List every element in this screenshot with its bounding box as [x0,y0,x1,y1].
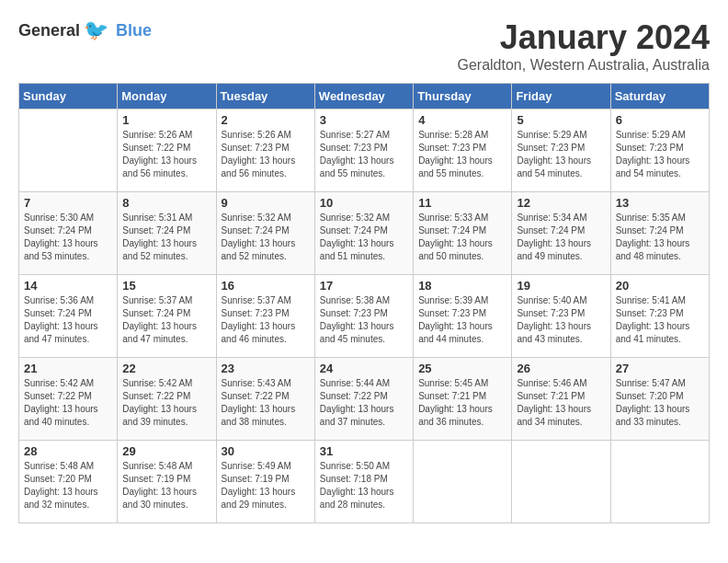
col-header-saturday: Saturday [610,84,709,109]
calendar-cell: 22Sunrise: 5:42 AM Sunset: 7:22 PM Dayli… [118,358,216,441]
day-detail: Sunrise: 5:31 AM Sunset: 7:24 PM Dayligh… [122,212,210,263]
day-detail: Sunrise: 5:41 AM Sunset: 7:23 PM Dayligh… [616,294,704,346]
day-number: 10 [320,196,408,210]
day-number: 21 [24,362,112,375]
day-number: 23 [222,362,310,375]
calendar-cell: 15Sunrise: 5:37 AM Sunset: 7:24 PM Dayli… [118,275,216,358]
day-detail: Sunrise: 5:37 AM Sunset: 7:23 PM Dayligh… [222,294,310,346]
calendar-cell: 1Sunrise: 5:26 AM Sunset: 7:22 PM Daylig… [118,109,216,192]
day-number: 2 [222,113,310,127]
day-detail: Sunrise: 5:43 AM Sunset: 7:22 PM Dayligh… [222,377,310,429]
calendar-cell: 4Sunrise: 5:28 AM Sunset: 7:23 PM Daylig… [414,109,512,192]
day-number: 30 [222,444,310,458]
col-header-friday: Friday [512,84,610,109]
calendar-cell: 13Sunrise: 5:35 AM Sunset: 7:24 PM Dayli… [610,192,709,275]
calendar-cell: 3Sunrise: 5:27 AM Sunset: 7:23 PM Daylig… [314,109,413,192]
logo-blue: Blue [116,21,152,40]
day-number: 17 [320,279,408,293]
day-number: 18 [418,279,506,293]
calendar-cell: 5Sunrise: 5:29 AM Sunset: 7:23 PM Daylig… [512,109,610,192]
day-detail: Sunrise: 5:49 AM Sunset: 7:19 PM Dayligh… [222,460,310,511]
location-subtitle: Geraldton, Western Australia, Australia [457,57,710,74]
calendar-cell: 28Sunrise: 5:48 AM Sunset: 7:20 PM Dayli… [19,441,118,523]
day-number: 19 [517,279,605,293]
day-detail: Sunrise: 5:50 AM Sunset: 7:18 PM Dayligh… [320,460,408,511]
logo: General 🐦 Blue [18,18,152,42]
day-number: 29 [122,444,210,458]
day-number: 20 [616,279,704,293]
day-detail: Sunrise: 5:29 AM Sunset: 7:23 PM Dayligh… [616,129,704,180]
day-detail: Sunrise: 5:42 AM Sunset: 7:22 PM Dayligh… [24,377,112,429]
calendar-cell: 18Sunrise: 5:39 AM Sunset: 7:23 PM Dayli… [414,275,512,358]
col-header-sunday: Sunday [19,84,118,109]
day-detail: Sunrise: 5:44 AM Sunset: 7:22 PM Dayligh… [320,377,408,429]
calendar-cell: 24Sunrise: 5:44 AM Sunset: 7:22 PM Dayli… [314,358,413,441]
day-number: 25 [418,362,506,375]
calendar-cell: 19Sunrise: 5:40 AM Sunset: 7:23 PM Dayli… [512,275,610,358]
day-number: 12 [517,196,605,210]
col-header-wednesday: Wednesday [314,84,413,109]
day-number: 27 [616,362,704,375]
day-detail: Sunrise: 5:46 AM Sunset: 7:21 PM Dayligh… [517,377,605,429]
day-number: 26 [517,362,605,375]
day-number: 5 [517,113,605,127]
page-header: General 🐦 Blue January 2024 Geraldton, W… [18,18,710,74]
day-detail: Sunrise: 5:45 AM Sunset: 7:21 PM Dayligh… [418,377,506,429]
day-detail: Sunrise: 5:27 AM Sunset: 7:23 PM Dayligh… [320,129,408,180]
calendar-cell: 29Sunrise: 5:48 AM Sunset: 7:19 PM Dayli… [118,441,216,523]
day-detail: Sunrise: 5:30 AM Sunset: 7:24 PM Dayligh… [24,212,112,263]
calendar-cell: 27Sunrise: 5:47 AM Sunset: 7:20 PM Dayli… [610,358,709,441]
calendar-cell: 7Sunrise: 5:30 AM Sunset: 7:24 PM Daylig… [19,192,118,275]
calendar-header-row: SundayMondayTuesdayWednesdayThursdayFrid… [19,84,710,109]
calendar-cell: 10Sunrise: 5:32 AM Sunset: 7:24 PM Dayli… [314,192,413,275]
calendar-week-row: 1Sunrise: 5:26 AM Sunset: 7:22 PM Daylig… [19,109,710,192]
day-number: 31 [320,444,408,458]
day-number: 4 [418,113,506,127]
calendar-cell: 30Sunrise: 5:49 AM Sunset: 7:19 PM Dayli… [216,441,314,523]
day-number: 16 [222,279,310,293]
calendar-cell: 12Sunrise: 5:34 AM Sunset: 7:24 PM Dayli… [512,192,610,275]
logo-bird-icon: 🐦 [84,18,108,42]
col-header-monday: Monday [118,84,216,109]
day-detail: Sunrise: 5:32 AM Sunset: 7:24 PM Dayligh… [320,212,408,263]
day-detail: Sunrise: 5:38 AM Sunset: 7:23 PM Dayligh… [320,294,408,346]
calendar-cell: 11Sunrise: 5:33 AM Sunset: 7:24 PM Dayli… [414,192,512,275]
day-detail: Sunrise: 5:29 AM Sunset: 7:23 PM Dayligh… [517,129,605,180]
month-year-title: January 2024 [457,18,710,57]
day-number: 28 [24,444,112,458]
day-detail: Sunrise: 5:48 AM Sunset: 7:19 PM Dayligh… [122,460,210,511]
day-detail: Sunrise: 5:42 AM Sunset: 7:22 PM Dayligh… [122,377,210,429]
day-detail: Sunrise: 5:33 AM Sunset: 7:24 PM Dayligh… [418,212,506,263]
day-detail: Sunrise: 5:26 AM Sunset: 7:23 PM Dayligh… [222,129,310,180]
calendar-cell: 20Sunrise: 5:41 AM Sunset: 7:23 PM Dayli… [610,275,709,358]
day-detail: Sunrise: 5:32 AM Sunset: 7:24 PM Dayligh… [222,212,310,263]
day-number: 14 [24,279,112,293]
col-header-tuesday: Tuesday [216,84,314,109]
day-number: 7 [24,196,112,210]
day-number: 24 [320,362,408,375]
day-number: 1 [122,113,210,127]
day-detail: Sunrise: 5:35 AM Sunset: 7:24 PM Dayligh… [616,212,704,263]
day-number: 3 [320,113,408,127]
calendar-cell: 23Sunrise: 5:43 AM Sunset: 7:22 PM Dayli… [216,358,314,441]
day-number: 8 [122,196,210,210]
day-number: 6 [616,113,704,127]
calendar-cell: 8Sunrise: 5:31 AM Sunset: 7:24 PM Daylig… [118,192,216,275]
calendar-week-row: 14Sunrise: 5:36 AM Sunset: 7:24 PM Dayli… [19,275,710,358]
calendar-cell: 17Sunrise: 5:38 AM Sunset: 7:23 PM Dayli… [314,275,413,358]
calendar-cell [610,441,709,523]
calendar-cell: 31Sunrise: 5:50 AM Sunset: 7:18 PM Dayli… [314,441,413,523]
day-number: 11 [418,196,506,210]
day-number: 9 [222,196,310,210]
calendar-cell [414,441,512,523]
day-number: 13 [616,196,704,210]
calendar-cell: 14Sunrise: 5:36 AM Sunset: 7:24 PM Dayli… [19,275,118,358]
calendar-week-row: 28Sunrise: 5:48 AM Sunset: 7:20 PM Dayli… [19,441,710,523]
day-detail: Sunrise: 5:34 AM Sunset: 7:24 PM Dayligh… [517,212,605,263]
calendar-table: SundayMondayTuesdayWednesdayThursdayFrid… [18,83,710,523]
calendar-cell: 6Sunrise: 5:29 AM Sunset: 7:23 PM Daylig… [610,109,709,192]
calendar-week-row: 7Sunrise: 5:30 AM Sunset: 7:24 PM Daylig… [19,192,710,275]
logo-general: General [18,21,80,40]
calendar-cell [512,441,610,523]
calendar-cell: 9Sunrise: 5:32 AM Sunset: 7:24 PM Daylig… [216,192,314,275]
